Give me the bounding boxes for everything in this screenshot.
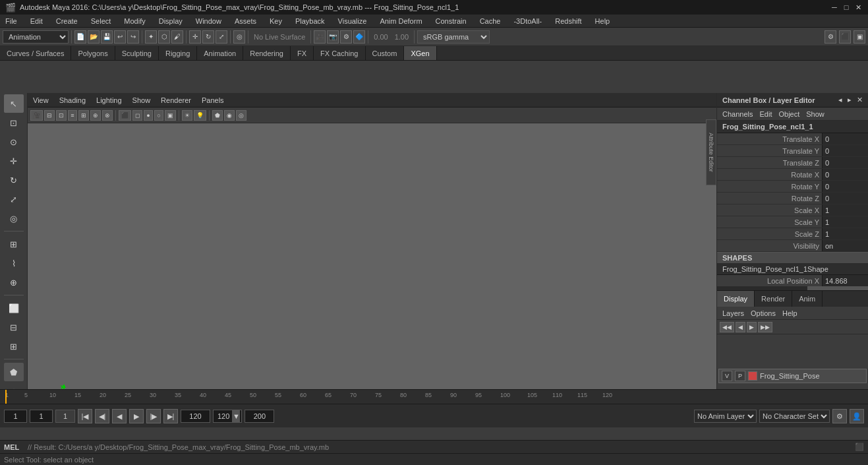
- soft-select-btn[interactable]: ◎: [233, 30, 245, 44]
- menu-cache[interactable]: Cache: [477, 17, 504, 25]
- vp-grid-btn[interactable]: ⬛: [119, 110, 131, 121]
- lasso-tool-icon[interactable]: ⊡: [4, 113, 24, 132]
- attr-value-scale-y[interactable]: 1: [822, 216, 868, 228]
- show-hide-icon[interactable]: ⊟: [4, 318, 24, 336]
- attr-value-visibility[interactable]: on: [822, 240, 868, 251]
- menu-playback[interactable]: Playback: [293, 17, 328, 25]
- le-tab-display[interactable]: Display: [717, 291, 755, 307]
- end-frame-expand[interactable]: ▼: [232, 410, 240, 422]
- tab-animation[interactable]: Animation: [197, 46, 243, 60]
- cb-menu-show[interactable]: Show: [806, 110, 825, 118]
- menu-visualize[interactable]: Visualize: [335, 17, 370, 25]
- render-btn[interactable]: 🎥: [314, 30, 326, 44]
- pb-goto-end[interactable]: ▶|: [163, 409, 178, 423]
- cb-collapse-btn[interactable]: ◂: [838, 96, 842, 104]
- new-scene-btn[interactable]: 📄: [74, 30, 86, 44]
- heads-up-btn[interactable]: ▣: [854, 30, 865, 44]
- paint-tool-icon[interactable]: ⊙: [4, 133, 24, 151]
- close-btn[interactable]: ✕: [854, 3, 863, 12]
- title-bar-controls[interactable]: ─ □ ✕: [830, 3, 863, 12]
- grid-display-btn[interactable]: ⬛: [839, 30, 851, 44]
- tab-fx[interactable]: FX: [291, 46, 314, 60]
- manipulator-icon[interactable]: ⊞: [4, 337, 24, 356]
- cb-menu-object[interactable]: Object: [778, 110, 799, 118]
- mel-expand-btn[interactable]: ⬛: [855, 443, 864, 451]
- tab-xgen[interactable]: XGen: [404, 46, 436, 60]
- timeline-ruler[interactable]: 1 5 10 15 20 25 30 35 40 45 50 55 60 65 …: [0, 390, 868, 404]
- pb-char-btn[interactable]: 👤: [850, 409, 864, 423]
- tab-polygons[interactable]: Polygons: [71, 46, 115, 60]
- le-fwd2-btn[interactable]: ▶▶: [758, 322, 772, 332]
- vp-ao-btn[interactable]: ◉: [224, 110, 235, 121]
- le-tab-render[interactable]: Render: [755, 291, 792, 307]
- vp-menu-show[interactable]: Show: [130, 96, 154, 104]
- pb-play-fwd[interactable]: ▶: [129, 409, 144, 423]
- animation-mode-select[interactable]: Animation Modeling Rigging FX: [3, 30, 69, 44]
- vp-textured-btn[interactable]: ▣: [165, 110, 176, 121]
- vp-tb-6[interactable]: ⊕: [90, 110, 101, 121]
- layer-visibility[interactable]: V: [722, 371, 732, 381]
- playback-end-field[interactable]: [181, 410, 210, 423]
- attr-value-localpos-x[interactable]: 14.868: [822, 275, 868, 286]
- cb-close-btn[interactable]: ✕: [857, 96, 863, 104]
- vp-lighting2[interactable]: 💡: [194, 110, 206, 121]
- vp-shadow-btn[interactable]: ⬟: [212, 110, 223, 121]
- le-menu-layers[interactable]: Layers: [722, 309, 744, 317]
- le-menu-options[interactable]: Options: [751, 309, 776, 317]
- attr-value-translate-x[interactable]: 0: [822, 133, 868, 144]
- layer-color[interactable]: [748, 371, 757, 381]
- menu-3dtoall[interactable]: -3DtoAll-: [511, 17, 544, 25]
- cb-expand-btn[interactable]: ▸: [848, 96, 852, 104]
- menu-assets[interactable]: Assets: [232, 17, 259, 25]
- minimize-btn[interactable]: ─: [830, 3, 839, 12]
- hypershade-btn[interactable]: 🔷: [353, 30, 365, 44]
- rotate-tool-btn[interactable]: ↻: [202, 30, 214, 44]
- vp-lighting1[interactable]: ☀: [182, 110, 192, 121]
- pb-step-back[interactable]: ◀|: [95, 409, 109, 423]
- move-tool-icon[interactable]: ✛: [4, 152, 24, 170]
- select-tool-btn[interactable]: ✦: [145, 30, 157, 44]
- viewport-3d[interactable]: x y z persp: [28, 123, 716, 416]
- tab-curves-surfaces[interactable]: Curves / Surfaces: [0, 46, 71, 60]
- render-region-icon[interactable]: ⬜: [4, 299, 24, 317]
- attr-value-rotate-z[interactable]: 0: [822, 193, 868, 204]
- cb-scroll-thumb[interactable]: [807, 286, 868, 290]
- menu-window[interactable]: Window: [193, 17, 224, 25]
- save-scene-btn[interactable]: 💾: [101, 30, 113, 44]
- move-tool-btn[interactable]: ✛: [189, 30, 201, 44]
- pb-goto-start[interactable]: |◀: [78, 409, 92, 423]
- xgen-icon[interactable]: ⬟: [4, 363, 24, 381]
- le-menu-help[interactable]: Help: [782, 309, 797, 317]
- menu-help[interactable]: Help: [593, 17, 613, 25]
- layer-pickable[interactable]: P: [735, 371, 745, 381]
- attribute-editor-side-tab[interactable]: Attribute Editor: [706, 119, 716, 185]
- vp-menu-view[interactable]: View: [30, 96, 51, 104]
- menu-create[interactable]: Create: [53, 17, 80, 25]
- redo-btn[interactable]: ↪: [127, 30, 139, 44]
- vp-dof-btn[interactable]: ◎: [236, 110, 246, 121]
- colorspace-select[interactable]: sRGB gamma Linear: [417, 30, 490, 44]
- menu-select[interactable]: Select: [88, 17, 114, 25]
- le-tab-anim[interactable]: Anim: [792, 291, 823, 307]
- select-tool-icon[interactable]: ↖: [4, 94, 24, 113]
- pb-settings-btn[interactable]: ⚙: [832, 409, 847, 423]
- cb-menu-edit[interactable]: Edit: [759, 110, 772, 118]
- render-settings-btn[interactable]: ⚙: [340, 30, 352, 44]
- anim-layer-select[interactable]: No Anim Layer: [694, 410, 757, 423]
- menu-animdeform[interactable]: Anim Deform: [377, 17, 424, 25]
- maximize-btn[interactable]: □: [842, 3, 851, 12]
- attr-value-rotate-y[interactable]: 0: [822, 181, 868, 192]
- vp-tb-2[interactable]: ⊟: [44, 110, 55, 121]
- vp-tb-4[interactable]: ≡: [68, 110, 77, 121]
- attr-value-scale-x[interactable]: 1: [822, 204, 868, 216]
- tab-sculpting[interactable]: Sculpting: [115, 46, 159, 60]
- display-settings-btn[interactable]: ⚙: [825, 30, 836, 44]
- menu-file[interactable]: File: [3, 17, 20, 25]
- menu-modify[interactable]: Modify: [121, 17, 148, 25]
- open-scene-btn[interactable]: 📂: [88, 30, 100, 44]
- snap-curve-icon[interactable]: ⌇: [4, 254, 24, 272]
- vp-menu-panels[interactable]: Panels: [199, 96, 227, 104]
- tab-rigging[interactable]: Rigging: [159, 46, 197, 60]
- scale-tool-icon[interactable]: ⤢: [4, 190, 24, 208]
- le-prev-btn[interactable]: ◀◀: [720, 322, 734, 332]
